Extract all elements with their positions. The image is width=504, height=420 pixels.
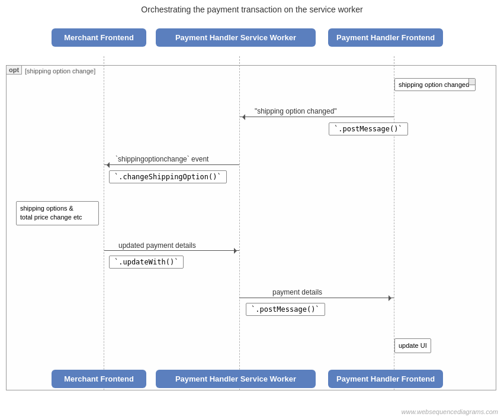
note-update-ui: update UI [394, 338, 431, 353]
arrow-updated-payment-details [104, 250, 239, 251]
arrow-shipping-option-changed [240, 117, 394, 117]
actor-sw-bottom: Payment Handler Service Worker [156, 370, 316, 388]
actor-phf-bottom: Payment Handler Frontend [328, 370, 443, 388]
opt-label: opt [6, 65, 22, 75]
label-updated-payment-details: updated payment details [118, 241, 196, 250]
actor-merchant-bottom: Merchant Frontend [52, 370, 146, 388]
method-postmessage-2: `.postMessage()` [246, 303, 325, 316]
label-payment-details: payment details [272, 288, 322, 296]
actor-merchant-top: Merchant Frontend [52, 28, 146, 47]
method-update-with: `.updateWith()` [109, 256, 184, 269]
method-change-shipping: `.changeShippingOption()` [109, 170, 227, 183]
actor-phf-top: Payment Handler Frontend [328, 28, 443, 47]
method-postmessage-1: `.postMessage()` [329, 122, 408, 135]
note-side-shipping-options: shipping options & total price change et… [16, 201, 99, 225]
label-shipping-option-changed-msg: "shipping option changed" [255, 107, 337, 115]
label-shippingoptionchange: `shippingoptionchange` event [115, 155, 208, 163]
sequence-diagram: Orchestrating the payment transaction on… [0, 0, 504, 420]
opt-condition: [shipping option change] [25, 67, 95, 75]
note-shipping-option-changed: shipping option changed [394, 78, 476, 91]
diagram-title: Orchestrating the payment transaction on… [0, 0, 504, 14]
actor-sw-top: Payment Handler Service Worker [156, 28, 316, 47]
watermark: www.websequencediagrams.com [402, 408, 498, 415]
arrow-shippingoptionchange [104, 164, 239, 165]
arrow-payment-details [239, 298, 394, 298]
